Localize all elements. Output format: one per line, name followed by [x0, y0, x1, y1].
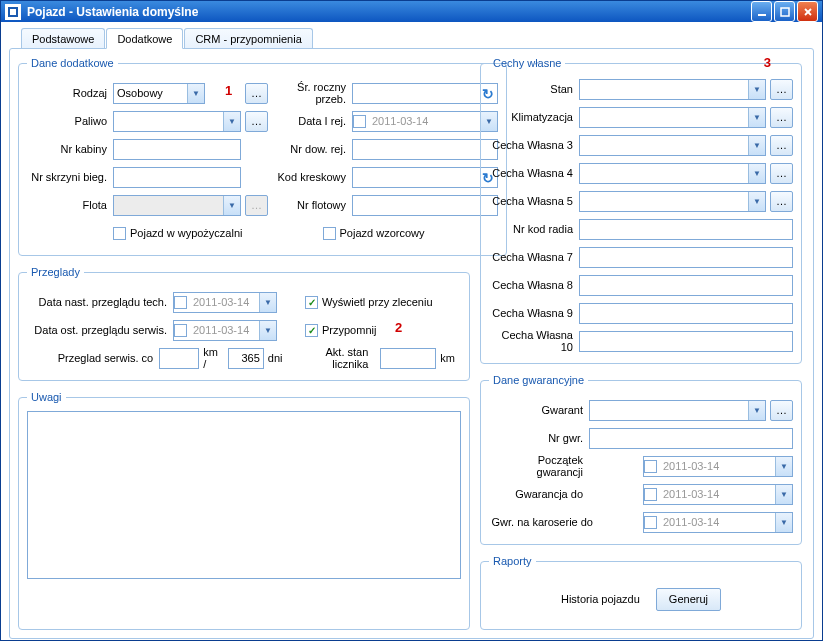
- wzorcowy-label: Pojazd wzorcowy: [340, 227, 425, 239]
- chevron-down-icon: ▼: [223, 196, 240, 215]
- poczatek-value: 2011-03-14: [661, 460, 775, 472]
- window-title: Pojazd - Ustawienia domyślne: [27, 5, 198, 19]
- rodzaj-label: Rodzaj: [27, 87, 113, 99]
- historia-label: Historia pojazdu: [561, 593, 640, 605]
- nrdow-input[interactable]: [352, 139, 498, 160]
- tech-label: Data nast. przeglądu tech.: [27, 296, 173, 308]
- close-button[interactable]: [797, 1, 818, 22]
- legend-raporty: Raporty: [489, 555, 536, 567]
- cecha-ellipsis-button[interactable]: …: [770, 135, 793, 156]
- wzorcowy-checkbox[interactable]: Pojazd wzorcowy: [323, 227, 425, 240]
- kodkreskowy-input[interactable]: [352, 167, 498, 188]
- akt-label: Akt. stan licznika: [295, 346, 375, 370]
- chevron-down-icon: ▼: [259, 321, 276, 340]
- nrkabiny-label: Nr kabiny: [27, 143, 113, 155]
- svg-rect-3: [781, 8, 789, 16]
- tab-dodatkowe[interactable]: Dodatkowe: [106, 28, 183, 49]
- karoserie-checkbox[interactable]: [644, 516, 657, 529]
- rodzaj-combo[interactable]: Osobowy ▼: [113, 83, 205, 104]
- legend-gwar: Dane gwarancyjne: [489, 374, 588, 386]
- chevron-down-icon: ▼: [187, 84, 204, 103]
- cecha-input[interactable]: [579, 303, 793, 324]
- data1rej-label: Data I rej.: [274, 115, 352, 127]
- cecha-ellipsis-button[interactable]: …: [770, 191, 793, 212]
- co-dni-input[interactable]: [228, 348, 264, 369]
- cecha-input[interactable]: [579, 275, 793, 296]
- nrkabiny-input[interactable]: [113, 139, 241, 160]
- minimize-button[interactable]: [751, 1, 772, 22]
- paliwo-ellipsis-button[interactable]: …: [245, 111, 268, 132]
- przypomnij-checkbox[interactable]: Przypomnij: [305, 324, 376, 337]
- tab-podstawowe[interactable]: Podstawowe: [21, 28, 105, 48]
- poczatek-date[interactable]: 2011-03-14 ▼: [643, 456, 793, 477]
- karoserie-value: 2011-03-14: [661, 516, 775, 528]
- nrgwr-label: Nr gwr.: [489, 432, 589, 444]
- cecha-label: Nr kod radia: [489, 223, 579, 235]
- tab-crm[interactable]: CRM - przypomnienia: [184, 28, 312, 48]
- uwagi-textarea[interactable]: [27, 411, 461, 579]
- akt-unit: km: [436, 352, 461, 364]
- generuj-button[interactable]: Generuj: [656, 588, 721, 611]
- karoserie-date[interactable]: 2011-03-14 ▼: [643, 512, 793, 533]
- rodzaj-ellipsis-button[interactable]: …: [245, 83, 268, 104]
- paliwo-label: Paliwo: [27, 115, 113, 127]
- cecha-combo[interactable]: ▼: [579, 163, 766, 184]
- co-km-input[interactable]: [159, 348, 199, 369]
- cecha-input[interactable]: [579, 219, 793, 240]
- gwarant-combo[interactable]: ▼: [589, 400, 766, 421]
- svg-rect-2: [758, 14, 766, 16]
- nrdow-label: Nr dow. rej.: [274, 143, 352, 155]
- cecha-ellipsis-button[interactable]: …: [770, 163, 793, 184]
- cecha-ellipsis-button[interactable]: …: [770, 107, 793, 128]
- tabpane: Dane dodatkowe Rodzaj Osobowy ▼ 1 … Śr. …: [9, 48, 814, 639]
- tech-value: 2011-03-14: [191, 296, 259, 308]
- fieldset-raporty: Raporty Historia pojazdu Generuj: [480, 555, 802, 630]
- data1rej-checkbox[interactable]: [353, 115, 366, 128]
- data1rej-date[interactable]: 2011-03-14 ▼: [352, 111, 498, 132]
- chevron-down-icon: ▼: [223, 112, 240, 131]
- cecha-label: Cecha Własna 5: [489, 195, 579, 207]
- chevron-down-icon: ▼: [748, 80, 765, 99]
- do-value: 2011-03-14: [661, 488, 775, 500]
- poczatek-checkbox[interactable]: [644, 460, 657, 473]
- window: Pojazd - Ustawienia domyślne Podstawowe …: [0, 0, 823, 641]
- fieldset-uwagi: Uwagi: [18, 391, 470, 630]
- nrskrzyni-input[interactable]: [113, 167, 241, 188]
- gwarant-label: Gwarant: [489, 404, 589, 416]
- nrgwr-input[interactable]: [589, 428, 793, 449]
- serwis-date[interactable]: 2011-03-14 ▼: [173, 320, 277, 341]
- serwis-checkbox[interactable]: [174, 324, 187, 337]
- cecha-input[interactable]: [579, 247, 793, 268]
- co-label: Przeglad serwis. co: [27, 352, 159, 364]
- wypozyczalnia-checkbox[interactable]: Pojazd w wypożyczalni: [113, 227, 243, 240]
- data1rej-value: 2011-03-14: [370, 115, 480, 127]
- do-date[interactable]: 2011-03-14 ▼: [643, 484, 793, 505]
- cecha-combo[interactable]: ▼: [579, 135, 766, 156]
- cecha-ellipsis-button[interactable]: …: [770, 79, 793, 100]
- akt-input[interactable]: [380, 348, 436, 369]
- paliwo-combo[interactable]: ▼: [113, 111, 241, 132]
- chevron-down-icon: ▼: [775, 513, 792, 532]
- legend-dane-dodatkowe: Dane dodatkowe: [27, 57, 118, 69]
- co-km-unit: km /: [199, 346, 228, 370]
- maximize-button[interactable]: [774, 1, 795, 22]
- gwarant-ellipsis-button[interactable]: …: [770, 400, 793, 421]
- wyswietl-checkbox[interactable]: Wyświetl przy zleceniu: [305, 296, 433, 309]
- flota-combo: ▼: [113, 195, 241, 216]
- cecha-combo[interactable]: ▼: [579, 79, 766, 100]
- sr-roczny-label: Śr. roczny przeb.: [274, 81, 352, 105]
- chevron-down-icon: ▼: [748, 401, 765, 420]
- tech-date[interactable]: 2011-03-14 ▼: [173, 292, 277, 313]
- flota-label: Flota: [27, 199, 113, 211]
- tech-checkbox[interactable]: [174, 296, 187, 309]
- do-checkbox[interactable]: [644, 488, 657, 501]
- legend-cechy: Cechy własne: [489, 57, 565, 69]
- cecha-combo[interactable]: ▼: [579, 107, 766, 128]
- cecha-input[interactable]: [579, 331, 793, 352]
- serwis-label: Data ost. przeglądu serwis.: [27, 324, 173, 336]
- annotation-3: 3: [764, 55, 771, 70]
- nrflotowy-input[interactable]: [352, 195, 498, 216]
- sr-roczny-input[interactable]: [352, 83, 498, 104]
- cecha-combo[interactable]: ▼: [579, 191, 766, 212]
- co-dni-unit: dni: [264, 352, 289, 364]
